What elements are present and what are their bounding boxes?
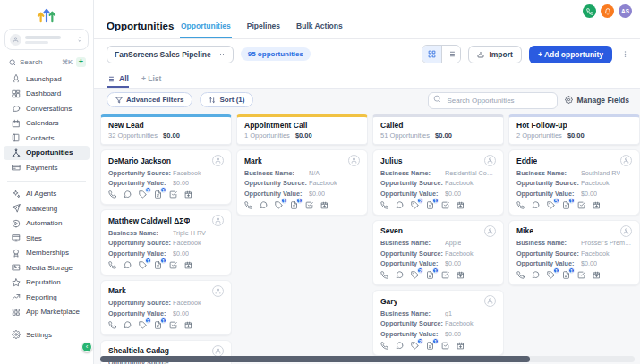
sidebar-add-button[interactable]: + bbox=[76, 57, 86, 67]
task-icon[interactable] bbox=[305, 201, 313, 209]
phone-icon[interactable] bbox=[244, 201, 252, 209]
tag-icon[interactable]: 2 bbox=[411, 342, 419, 350]
sidebar-collapse-button[interactable]: ‹ bbox=[81, 342, 92, 352]
manage-fields-button[interactable]: Manage Fields bbox=[565, 96, 629, 105]
tab-opportunities[interactable]: Opportunities bbox=[180, 21, 232, 38]
opportunity-card-matthew-caldwell[interactable]: Matthew Caldwell ΔΣΦBusiness Name:Triple… bbox=[100, 209, 232, 275]
tag-icon[interactable]: 5 bbox=[547, 201, 555, 209]
sidebar-item-ai-agents[interactable]: AI Agents bbox=[4, 187, 90, 202]
note-icon[interactable]: 1 bbox=[426, 342, 434, 350]
phone-icon[interactable] bbox=[108, 190, 116, 199]
calendar-icon[interactable] bbox=[184, 261, 192, 269]
opportunities-count-badge[interactable]: 95 opportunities bbox=[241, 47, 311, 61]
message-icon[interactable] bbox=[124, 190, 132, 199]
sidebar-item-conversations[interactable]: Conversations bbox=[4, 101, 90, 116]
message-icon[interactable] bbox=[260, 201, 268, 209]
note-icon[interactable]: 1 bbox=[562, 201, 570, 209]
message-icon[interactable] bbox=[124, 261, 132, 269]
calendar-icon[interactable] bbox=[184, 321, 192, 329]
calendar-icon[interactable] bbox=[320, 201, 329, 209]
phone-icon[interactable] bbox=[380, 201, 388, 209]
opportunity-card-gary[interactable]: GaryBusiness Name:g1Opportunity Source:F… bbox=[372, 290, 504, 356]
sidebar-item-reputation[interactable]: Reputation bbox=[4, 275, 90, 291]
tab-pipelines[interactable]: Pipelines bbox=[246, 21, 281, 38]
tag-icon[interactable]: 1 bbox=[139, 261, 147, 269]
contact-avatar-icon[interactable] bbox=[212, 345, 224, 357]
user-avatar[interactable]: AS bbox=[619, 4, 632, 18]
sidebar-item-automation[interactable]: Automation bbox=[4, 216, 90, 232]
advanced-filters-button[interactable]: Advanced Filters bbox=[107, 92, 192, 107]
sidebar-item-reporting[interactable]: Reporting bbox=[4, 290, 90, 305]
more-options-icon[interactable] bbox=[619, 50, 631, 58]
tag-icon[interactable]: 2 bbox=[411, 271, 419, 279]
contact-avatar-icon[interactable] bbox=[212, 285, 224, 297]
opportunity-card-demario-jackson[interactable]: DeMario JacksonOpportunity Source:Facebo… bbox=[100, 149, 232, 205]
task-icon[interactable] bbox=[441, 342, 449, 350]
note-icon[interactable]: 1 bbox=[154, 261, 162, 269]
sidebar-item-dashboard[interactable]: Dashboard bbox=[4, 87, 90, 102]
sidebar-item-sites[interactable]: Sites bbox=[4, 231, 90, 246]
task-icon[interactable] bbox=[169, 261, 177, 269]
contact-avatar-icon[interactable] bbox=[212, 155, 224, 166]
note-icon[interactable]: 1 bbox=[154, 190, 162, 199]
contact-avatar-icon[interactable] bbox=[620, 155, 632, 166]
message-icon[interactable] bbox=[396, 201, 404, 209]
contact-avatar-icon[interactable] bbox=[620, 225, 632, 237]
tab-all[interactable]: All bbox=[107, 74, 129, 88]
search-opportunities-input[interactable] bbox=[428, 92, 558, 109]
phone-icon[interactable] bbox=[380, 271, 388, 279]
tag-icon[interactable]: 2 bbox=[139, 190, 147, 199]
phone-icon[interactable] bbox=[516, 271, 525, 279]
tag-icon[interactable]: 1 bbox=[547, 271, 555, 279]
grid-view-button[interactable] bbox=[422, 46, 441, 63]
sidebar-item-payments[interactable]: Payments bbox=[4, 160, 90, 175]
note-icon[interactable]: 1 bbox=[154, 321, 162, 329]
phone-icon[interactable] bbox=[380, 342, 388, 350]
opportunity-card-julius[interactable]: JuliusBusiness Name:Residential Counselo… bbox=[372, 149, 504, 216]
phone-icon[interactable] bbox=[516, 201, 525, 209]
message-icon[interactable] bbox=[532, 271, 540, 279]
phone-icon[interactable] bbox=[108, 261, 116, 269]
sidebar-item-opportunities[interactable]: Opportunities bbox=[4, 146, 90, 161]
message-icon[interactable] bbox=[532, 201, 540, 209]
note-icon[interactable]: 1 bbox=[562, 271, 570, 279]
contact-avatar-icon[interactable] bbox=[484, 155, 496, 166]
task-icon[interactable] bbox=[169, 321, 177, 329]
calendar-icon[interactable] bbox=[593, 271, 601, 279]
tab-bulk-actions[interactable]: Bulk Actions bbox=[295, 21, 344, 38]
import-button[interactable]: Import bbox=[468, 46, 521, 63]
contact-avatar-icon[interactable] bbox=[348, 155, 360, 166]
calendar-icon[interactable] bbox=[457, 271, 465, 279]
sidebar-item-contacts[interactable]: Contacts bbox=[4, 131, 90, 146]
list-view-button[interactable] bbox=[441, 46, 460, 63]
column-header[interactable]: Hot Follow-up2 Opportunities$0.00 bbox=[508, 114, 640, 145]
sidebar-item-media-storage[interactable]: Media Storage bbox=[4, 260, 90, 275]
sidebar-item-settings[interactable]: Settings bbox=[4, 327, 90, 343]
tab-add-list[interactable]: + List bbox=[141, 74, 161, 88]
account-switcher[interactable] bbox=[4, 29, 89, 50]
opportunity-card-mark[interactable]: MarkBusiness Name:N/AOpportunity Source:… bbox=[236, 149, 368, 216]
scrollbar-thumb[interactable] bbox=[100, 356, 530, 362]
contact-avatar-icon[interactable] bbox=[484, 295, 496, 307]
opportunity-card-mark[interactable]: MarkOpportunity Source:FacebookOpportuni… bbox=[100, 280, 232, 335]
contact-avatar-icon[interactable] bbox=[484, 225, 496, 237]
task-icon[interactable] bbox=[577, 271, 585, 279]
calendar-icon[interactable] bbox=[593, 201, 601, 209]
phone-icon[interactable] bbox=[108, 321, 116, 329]
note-icon[interactable]: 1 bbox=[426, 201, 434, 209]
opportunity-card-mike[interactable]: MikeBusiness Name:Prosser's Premium RV .… bbox=[508, 220, 640, 286]
sort-button[interactable]: Sort (1) bbox=[200, 92, 253, 107]
task-icon[interactable] bbox=[441, 271, 449, 279]
task-icon[interactable] bbox=[577, 201, 585, 209]
sidebar-search[interactable]: Search ⌘K + bbox=[9, 57, 86, 67]
sidebar-item-memberships[interactable]: Memberships bbox=[4, 246, 90, 261]
note-icon[interactable]: 1 bbox=[290, 201, 298, 209]
opportunity-card-eddie[interactable]: EddieBusiness Name:Southland RVOpportuni… bbox=[508, 149, 640, 216]
calendar-icon[interactable] bbox=[457, 342, 465, 350]
pipeline-selector[interactable]: FanScreens Sales Pipeline bbox=[107, 46, 234, 63]
calendar-icon[interactable] bbox=[457, 201, 465, 209]
sidebar-item-calendars[interactable]: Calendars bbox=[4, 116, 90, 131]
message-icon[interactable] bbox=[396, 271, 404, 279]
task-icon[interactable] bbox=[441, 201, 449, 209]
note-icon[interactable]: 1 bbox=[426, 271, 434, 279]
